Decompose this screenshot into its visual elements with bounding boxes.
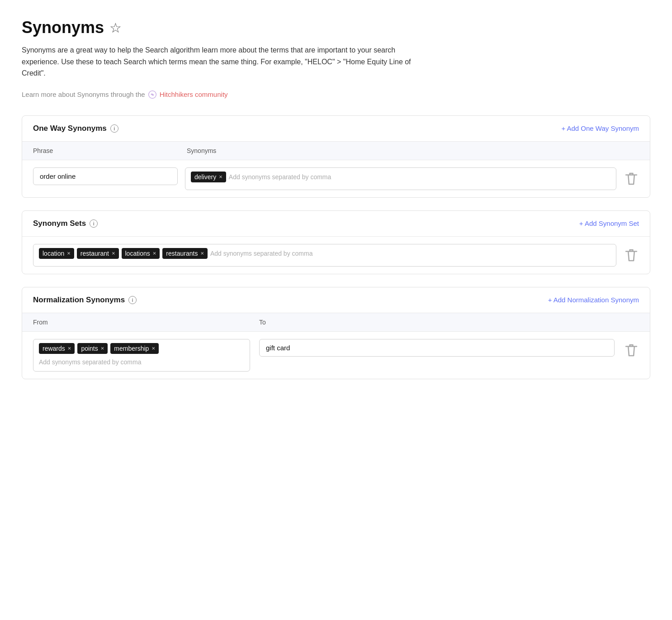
- delete-normalization-row-button[interactable]: [624, 343, 639, 358]
- normalization-to-section: [259, 339, 615, 357]
- normalization-from-section: rewards × points × membership × Add syno…: [33, 339, 250, 372]
- tag-location: location ×: [39, 248, 74, 259]
- one-way-synonyms-table-header: Phrase Synonyms: [22, 142, 650, 160]
- trash-icon: [624, 171, 639, 186]
- normalization-synonyms-section: Normalization Synonyms i + Add Normaliza…: [22, 287, 650, 379]
- normalization-from-tags-input[interactable]: rewards × points × membership × Add syno…: [33, 339, 250, 372]
- tag-points-remove[interactable]: ×: [101, 345, 104, 351]
- synonym-set-row: location × restaurant × locations × rest…: [22, 237, 650, 274]
- synonym-sets-header: Synonym Sets i + Add Synonym Set: [22, 211, 650, 237]
- normalization-synonyms-title: Normalization Synonyms i: [33, 296, 137, 305]
- tag-locations-remove[interactable]: ×: [153, 250, 156, 256]
- trash-icon: [624, 343, 639, 358]
- synonym-set-tags-input[interactable]: location × restaurant × locations × rest…: [33, 244, 616, 267]
- add-one-way-synonym-button[interactable]: + Add One Way Synonym: [561, 124, 639, 132]
- one-way-synonyms-section: One Way Synonyms i + Add One Way Synonym…: [22, 115, 650, 198]
- synonyms-column-header: Synonyms: [187, 147, 639, 154]
- synonyms-placeholder: Add synonyms separated by comma: [229, 172, 331, 182]
- one-way-synonyms-title: One Way Synonyms i: [33, 124, 118, 133]
- one-way-synonym-row: delivery × Add synonyms separated by com…: [22, 160, 650, 197]
- normalization-row: rewards × points × membership × Add syno…: [22, 332, 650, 379]
- synonym-sets-info-icon[interactable]: i: [90, 219, 98, 228]
- tag-membership: membership ×: [110, 343, 159, 354]
- tag-membership-label: membership: [114, 345, 149, 352]
- from-column-header: From: [33, 319, 259, 326]
- tag-delivery-label: delivery: [194, 173, 216, 181]
- add-normalization-synonym-button[interactable]: + Add Normalization Synonym: [548, 296, 639, 304]
- star-icon[interactable]: ☆: [109, 20, 122, 36]
- normalization-synonyms-header: Normalization Synonyms i + Add Normaliza…: [22, 287, 650, 313]
- synonym-set-placeholder: Add synonyms separated by comma: [210, 248, 312, 259]
- tag-rewards: rewards ×: [39, 343, 75, 354]
- tag-location-label: location: [43, 250, 64, 257]
- tag-location-remove[interactable]: ×: [67, 250, 71, 256]
- community-link-row: Learn more about Synonyms through the Hi…: [22, 90, 650, 99]
- tag-restaurant: restaurant ×: [77, 248, 119, 259]
- tag-points-label: points: [81, 345, 98, 352]
- page-description: Synonyms are a great way to help the Sea…: [22, 44, 429, 79]
- one-way-synonyms-header: One Way Synonyms i + Add One Way Synonym: [22, 116, 650, 142]
- normalization-from-placeholder: Add synonyms separated by comma: [39, 357, 141, 367]
- phrase-input[interactable]: [33, 167, 178, 185]
- synonym-sets-section: Synonym Sets i + Add Synonym Set locatio…: [22, 210, 650, 274]
- normalization-synonyms-info-icon[interactable]: i: [128, 296, 137, 304]
- tag-restaurant-remove[interactable]: ×: [112, 250, 115, 256]
- hitchhikers-icon: [148, 90, 157, 99]
- normalization-to-input[interactable]: [259, 339, 615, 357]
- delete-synonym-set-button[interactable]: [624, 248, 639, 263]
- synonyms-tags-input[interactable]: delivery × Add synonyms separated by com…: [185, 167, 616, 190]
- tag-locations: locations ×: [122, 248, 160, 259]
- tag-rewards-remove[interactable]: ×: [68, 345, 71, 351]
- phrase-column-header: Phrase: [33, 147, 187, 154]
- tag-locations-label: locations: [125, 250, 150, 257]
- page-title: Synonyms: [22, 18, 104, 37]
- trash-icon: [624, 248, 639, 263]
- tag-restaurants-remove[interactable]: ×: [200, 250, 204, 256]
- tag-restaurants-label: restaurants: [166, 250, 198, 257]
- to-column-header: To: [259, 319, 639, 326]
- synonym-sets-title: Synonym Sets i: [33, 219, 98, 228]
- tag-delivery-remove[interactable]: ×: [219, 174, 222, 180]
- tag-membership-remove[interactable]: ×: [151, 345, 155, 351]
- hitchhikers-link[interactable]: Hitchhikers community: [160, 91, 228, 98]
- tag-points: points ×: [77, 343, 108, 354]
- tag-delivery: delivery ×: [191, 172, 226, 182]
- community-prefix-text: Learn more about Synonyms through the: [22, 91, 145, 98]
- one-way-synonyms-info-icon[interactable]: i: [110, 124, 118, 133]
- tag-restaurants: restaurants ×: [162, 248, 208, 259]
- page-title-section: Synonyms ☆: [22, 18, 650, 37]
- tag-rewards-label: rewards: [43, 345, 65, 352]
- add-synonym-set-button[interactable]: + Add Synonym Set: [579, 219, 639, 227]
- tag-restaurant-label: restaurant: [80, 250, 109, 257]
- normalization-table-header: From To: [22, 313, 650, 332]
- delete-one-way-synonym-button[interactable]: [624, 171, 639, 186]
